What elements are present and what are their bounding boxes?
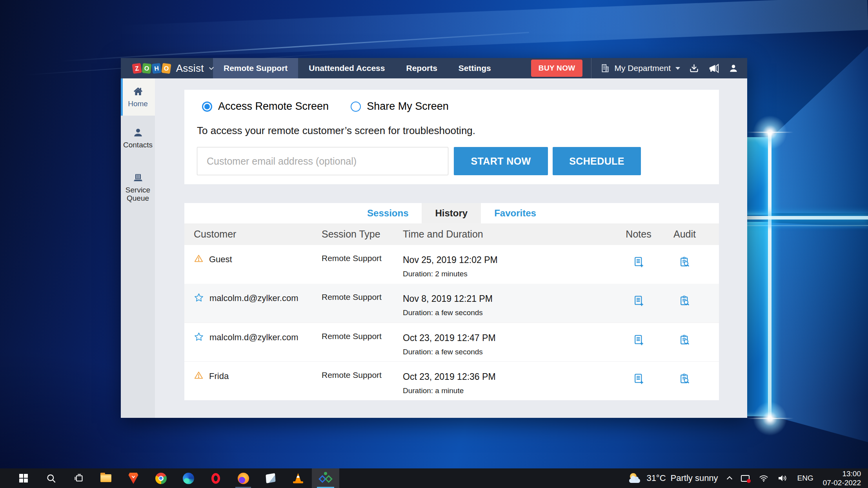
- table-row[interactable]: Frida Remote Support Oct 23, 2019 12:36 …: [184, 361, 719, 400]
- buy-now-button[interactable]: BUY NOW: [531, 60, 583, 77]
- radio-share-my-screen[interactable]: Share My Screen: [351, 100, 449, 112]
- session-duration: Duration: a few seconds: [403, 308, 617, 317]
- history-table: Guest Remote Support Nov 25, 2019 12:02 …: [184, 245, 719, 400]
- tab-history[interactable]: History: [422, 203, 481, 223]
- add-note-icon[interactable]: [633, 334, 645, 346]
- sidebar-item-label: Home: [128, 100, 148, 108]
- view-audit-icon[interactable]: [679, 373, 691, 385]
- tab-sessions[interactable]: Sessions: [354, 203, 422, 223]
- announcement-icon[interactable]: [708, 63, 720, 74]
- app-navbar: Z O H O Assist Remote Support Unattended…: [121, 58, 747, 78]
- session-description: To access your remote customer’s screen …: [197, 125, 719, 137]
- sidebar-item-contacts[interactable]: Contacts: [121, 121, 155, 155]
- wallpaper-beam: [117, 0, 868, 59]
- user-icon[interactable]: [728, 63, 739, 73]
- sidebar-item-service-queue[interactable]: Service Queue: [121, 166, 155, 209]
- column-customer: Customer: [194, 229, 322, 240]
- sidebar: Home Contacts Service: [121, 78, 155, 418]
- home-icon: [132, 86, 144, 97]
- sessions-history-panel: Sessions History Favorites Customer Sess…: [184, 203, 719, 400]
- taskbar-sticky-notes[interactable]: [257, 468, 284, 488]
- windows-logo-glow: [752, 115, 788, 150]
- service-queue-icon: [132, 172, 144, 183]
- radio-access-remote-screen[interactable]: Access Remote Screen: [202, 100, 329, 112]
- warning-icon: [194, 370, 204, 380]
- chevron-down-icon: [675, 67, 680, 70]
- task-view-button[interactable]: [65, 468, 92, 488]
- department-label: My Department: [614, 63, 671, 73]
- radio-label: Share My Screen: [367, 100, 449, 112]
- history-tabs: Sessions History Favorites: [184, 203, 719, 223]
- taskbar: 31°C Partly sunny ENG 13:00 07-02-2022: [0, 468, 868, 488]
- view-audit-icon[interactable]: [679, 256, 691, 268]
- edge-icon: [183, 473, 194, 484]
- session-time: Oct 23, 2019 12:36 PM: [403, 372, 617, 382]
- windows-logo-glow: [746, 132, 793, 133]
- volume-icon[interactable]: [778, 474, 788, 483]
- start-now-button[interactable]: START NOW: [454, 147, 548, 175]
- logo-tile: O: [142, 63, 152, 73]
- notification-sync-icon[interactable]: [741, 475, 750, 482]
- divider: [591, 58, 591, 78]
- session-duration: Duration: a minute: [403, 386, 617, 395]
- add-note-icon[interactable]: [633, 256, 645, 268]
- zoho-assist-logo[interactable]: Z O H O Assist: [121, 58, 213, 78]
- tab-reports[interactable]: Reports: [395, 58, 448, 78]
- taskbar-edge[interactable]: [175, 468, 202, 488]
- favorite-star-icon[interactable]: [194, 292, 204, 303]
- taskbar-search-button[interactable]: [37, 468, 65, 488]
- column-audit: Audit: [660, 229, 709, 240]
- download-icon[interactable]: [689, 63, 699, 74]
- partly-sunny-icon: [628, 473, 642, 483]
- tab-settings[interactable]: Settings: [448, 58, 502, 78]
- tab-unattended-access[interactable]: Unattended Access: [298, 58, 395, 78]
- tab-remote-support[interactable]: Remote Support: [213, 58, 298, 78]
- taskbar-zoho-assist[interactable]: [312, 468, 339, 488]
- tab-favorites[interactable]: Favorites: [481, 203, 550, 223]
- remote-session-panel: Access Remote Screen Share My Screen To …: [184, 90, 719, 184]
- session-type: Remote Support: [322, 362, 403, 400]
- opera-icon: [211, 473, 220, 484]
- schedule-button[interactable]: SCHEDULE: [553, 147, 641, 175]
- add-note-icon[interactable]: [633, 295, 645, 307]
- weather-temp: 31°C: [646, 473, 666, 483]
- customer-email-input[interactable]: [197, 147, 448, 175]
- favorite-star-icon[interactable]: [194, 332, 204, 342]
- taskbar-brave[interactable]: [120, 468, 147, 488]
- session-type: Remote Support: [322, 323, 403, 361]
- wifi-icon[interactable]: [759, 474, 768, 482]
- taskbar-clock[interactable]: 13:00 07-02-2022: [823, 469, 861, 487]
- radio-selected-icon[interactable]: [202, 102, 212, 112]
- firefox-icon: [238, 473, 249, 484]
- taskbar-chrome[interactable]: [147, 468, 175, 488]
- language-indicator[interactable]: ENG: [797, 474, 813, 483]
- start-button[interactable]: [10, 468, 37, 488]
- taskbar-firefox[interactable]: [229, 468, 257, 488]
- taskbar-vlc[interactable]: [284, 468, 312, 488]
- radio-unselected-icon[interactable]: [351, 102, 361, 112]
- session-time: Nov 25, 2019 12:02 PM: [403, 255, 617, 265]
- nav-tabs: Remote Support Unattended Access Reports…: [213, 58, 502, 78]
- table-row[interactable]: Guest Remote Support Nov 25, 2019 12:02 …: [184, 245, 719, 284]
- table-row[interactable]: malcolm.d@zylker.com Remote Support Oct …: [184, 323, 719, 361]
- customer-name: Guest: [209, 254, 232, 265]
- main-content: Access Remote Screen Share My Screen To …: [155, 78, 747, 418]
- view-audit-icon[interactable]: [679, 334, 691, 346]
- wallpaper-beam: [59, 32, 529, 62]
- radio-label: Access Remote Screen: [218, 100, 329, 112]
- sidebar-item-home[interactable]: Home: [121, 78, 155, 116]
- add-note-icon[interactable]: [633, 373, 645, 385]
- taskbar-opera[interactable]: [202, 468, 229, 488]
- sidebar-item-label: Service Queue: [122, 186, 154, 202]
- view-audit-icon[interactable]: [679, 295, 691, 307]
- tray-expand-icon[interactable]: [727, 476, 732, 482]
- desktop: Z O H O Assist Remote Support Unattended…: [0, 0, 868, 488]
- taskbar-file-explorer[interactable]: [92, 468, 120, 488]
- taskbar-weather[interactable]: 31°C Partly sunny: [628, 473, 718, 483]
- logo-tile: H: [152, 63, 162, 73]
- windows-logo-edge: [768, 132, 772, 419]
- table-row[interactable]: malcolm.d@zylker.com Remote Support Nov …: [184, 284, 719, 323]
- warning-icon: [194, 254, 204, 263]
- clock-date: 07-02-2022: [823, 478, 861, 487]
- department-selector[interactable]: My Department: [600, 63, 680, 73]
